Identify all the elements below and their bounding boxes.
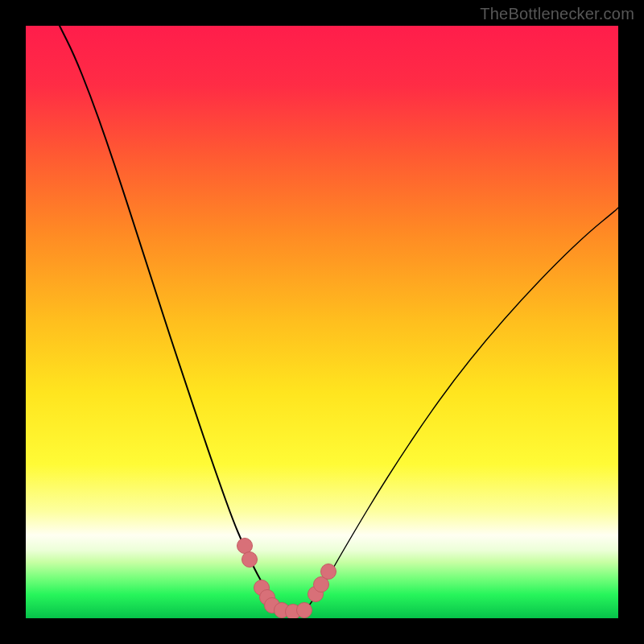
dot-left-0 — [237, 539, 253, 554]
dot-left-1 — [242, 552, 258, 568]
chart-background — [26, 26, 618, 618]
dot-right-2 — [321, 564, 336, 580]
chart-plot — [26, 26, 618, 618]
dot-floor-3 — [297, 603, 312, 618]
watermark-text: TheBottlenecker.com — [480, 5, 634, 23]
chart-frame: TheBottlenecker.com — [0, 0, 644, 644]
